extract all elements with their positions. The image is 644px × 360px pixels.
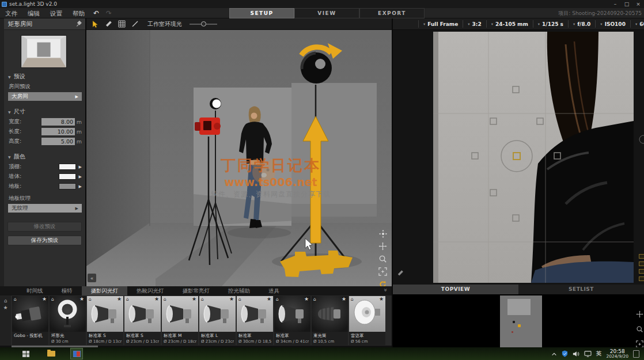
scene-canvas[interactable]: 丁同学日记本 www.ts006.net 软件、资源、资料网盘直接分享下载 <box>86 30 392 286</box>
reset-rotation-icon[interactable] <box>378 279 388 286</box>
equipment-image: ⌂ ★ <box>12 296 48 332</box>
tab-continuous-light[interactable]: 摄影常亮灯 <box>173 286 219 295</box>
maximize-button[interactable]: □ <box>621 0 632 8</box>
aspect-ratio-select[interactable]: ▾ 3:2 <box>463 20 486 28</box>
taskbar-clock[interactable]: 20:58 2024/9/20 <box>607 348 628 359</box>
volume-icon[interactable] <box>573 348 579 359</box>
topview-map[interactable] <box>500 295 542 347</box>
tab-studio-strobe[interactable]: 摄影闪光灯 <box>82 286 128 295</box>
tool-chip-icon[interactable] <box>639 254 644 259</box>
ambient-light-slider[interactable] <box>190 20 217 28</box>
close-button[interactable]: × <box>632 0 644 8</box>
orbit-icon[interactable] <box>378 229 388 238</box>
menu-help[interactable]: 帮助 <box>67 8 90 18</box>
save-preset-button[interactable]: 保存为预设 <box>7 236 82 245</box>
camera-side-tools[interactable] <box>639 254 644 281</box>
tool-chip-icon[interactable] <box>639 276 644 281</box>
height-row: 高度: 5.00 m <box>9 137 82 145</box>
floor-texture-select[interactable]: 无纹理 ▶ <box>8 204 82 213</box>
tool-chip-icon[interactable] <box>639 262 644 266</box>
redo-icon[interactable]: ↷ <box>103 8 115 18</box>
section-presets-label: 预设 <box>14 73 25 81</box>
section-dimensions[interactable]: ▼ 尺寸 <box>8 108 85 116</box>
wall-color-row: 墙体: ▶ <box>9 173 82 180</box>
minimize-button[interactable]: – <box>609 0 621 8</box>
select-tool-icon[interactable] <box>91 20 99 28</box>
equipment-thumb-beauty-dish[interactable]: ⌂ ★ 雷达罩Ø 56 cm <box>349 296 385 345</box>
lens-select[interactable]: ▾ 24-105 mm <box>486 20 533 28</box>
caret-right-icon: ▶ <box>76 175 82 179</box>
chevron-down-icon: ▾ <box>600 22 602 26</box>
white-balance-select[interactable]: ▾ 6000K <box>630 20 644 28</box>
topview-canvas[interactable] <box>393 294 644 347</box>
equipment-thumb-reflector-l[interactable]: ⌂ ★ 标准罩 LØ 23cm / D 23cm <box>199 296 236 345</box>
width-input[interactable]: 8.00 <box>41 118 75 126</box>
measure-tool-icon[interactable] <box>104 20 112 28</box>
menu-edit[interactable]: 编辑 <box>22 8 45 18</box>
iso-select[interactable]: ▾ ISO100 <box>595 20 630 28</box>
collapse-library-icon[interactable]: » <box>382 288 388 291</box>
taskbar-app-explorer[interactable] <box>45 348 58 359</box>
room-preset-select[interactable]: 大房间 ▶ <box>8 92 82 101</box>
equipment-thumb-reflector-s18[interactable]: ⌂ ★ 标准罩 SØ 18cm / D 13cm <box>87 296 123 345</box>
chevron-down-icon: ▼ <box>8 155 11 159</box>
equipment-thumb-reflector-s23[interactable]: ⌂ ★ 标准罩 SØ 23cm / D 13cm <box>124 296 161 345</box>
tab-export[interactable]: EXPORT <box>359 8 425 18</box>
pan-icon[interactable] <box>636 309 643 320</box>
annotate-icon[interactable] <box>397 268 404 279</box>
tab-timeline[interactable]: 时间线 <box>17 286 52 295</box>
shutter-select[interactable]: ▾ 1/125 s <box>533 20 568 28</box>
menu-settings[interactable]: 设置 <box>45 8 67 18</box>
equipment-thumb-ringlight[interactable]: ⌂ ★ 环形光Ø 30 cm <box>50 296 86 345</box>
zoom-icon[interactable] <box>636 324 643 335</box>
network-display-icon[interactable] <box>584 348 592 359</box>
tab-props[interactable]: 道具 <box>259 286 289 295</box>
equipment-thumb-snoot[interactable]: ⌂ ★ 束光筒Ø 10,5 cm <box>312 296 348 345</box>
equipment-size: Ø 18cm / D 13cm <box>89 339 122 344</box>
length-input[interactable]: 10.00 <box>41 128 75 135</box>
pan-icon[interactable] <box>378 241 388 251</box>
tool-chip-icon[interactable] <box>639 269 644 274</box>
ceiling-color-swatch[interactable] <box>59 164 76 170</box>
tray-expand-icon[interactable] <box>551 348 557 359</box>
notification-center-icon[interactable] <box>633 350 639 358</box>
wall-color-swatch[interactable] <box>59 173 76 180</box>
tab-setlist[interactable]: SETLIST <box>518 285 644 294</box>
section-dimensions-label: 尺寸 <box>14 108 25 116</box>
tab-topview[interactable]: TOPVIEW <box>393 285 518 294</box>
height-input[interactable]: 5.00 <box>41 138 75 145</box>
home-filter-icon[interactable]: ⌂ <box>4 298 7 304</box>
security-shield-icon[interactable] <box>562 348 568 359</box>
camera-viewfinder[interactable] <box>393 30 644 285</box>
tab-view[interactable]: VIEW <box>294 8 359 18</box>
tab-speedlight[interactable]: 热靴闪光灯 <box>127 286 173 295</box>
equipment-thumb-reflector-34[interactable]: ⌂ ★ 标准罩Ø 34cm / D 41cm <box>274 296 310 345</box>
equipment-name: 雷达罩 <box>351 333 384 339</box>
taskbar-app-taskview[interactable] <box>20 348 32 359</box>
tab-model[interactable]: 模特 <box>52 286 82 295</box>
grid-tool-icon[interactable] <box>118 20 126 28</box>
height-unit: m <box>75 138 82 145</box>
sensor-select[interactable]: ▾ Full Frame <box>418 20 463 28</box>
floor-color-swatch[interactable] <box>59 183 76 190</box>
aperture-select[interactable]: ▾ f/8.0 <box>568 20 595 28</box>
section-colors[interactable]: ▼ 颜色 <box>8 153 85 161</box>
taskbar-app-setalight[interactable] <box>70 348 83 359</box>
tab-setup[interactable]: SETUP <box>229 8 294 18</box>
slider-thumb[interactable] <box>201 21 206 26</box>
tab-light-modifiers[interactable]: 控光辅助 <box>219 286 259 295</box>
modify-preset-button[interactable]: 修改预设 <box>7 222 82 232</box>
equipment-thumb-reflector-30[interactable]: ⌂ ★ 标准罩Ø 30cm / D 18,5cm <box>237 296 273 345</box>
favorites-filter-icon[interactable]: ★ <box>3 305 7 310</box>
undo-icon[interactable]: ↶ <box>90 8 103 18</box>
equipment-thumb-gobo[interactable]: ⌂ ★ Gobo - 投影机 <box>12 296 48 345</box>
zoom-icon[interactable] <box>378 254 388 264</box>
line-tool-icon[interactable] <box>131 20 139 28</box>
collapse-sidebar-button[interactable]: « <box>88 274 96 282</box>
pin-icon[interactable] <box>75 18 85 29</box>
menu-file[interactable]: 文件 <box>0 8 22 18</box>
ime-indicator[interactable]: 英 <box>596 350 602 358</box>
frame-focus-icon[interactable] <box>378 267 388 276</box>
equipment-thumb-reflector-m[interactable]: ⌂ ★ 标准罩 MØ 23cm / D 18cm <box>162 296 198 345</box>
section-presets[interactable]: ▼ 预设 <box>8 73 85 81</box>
